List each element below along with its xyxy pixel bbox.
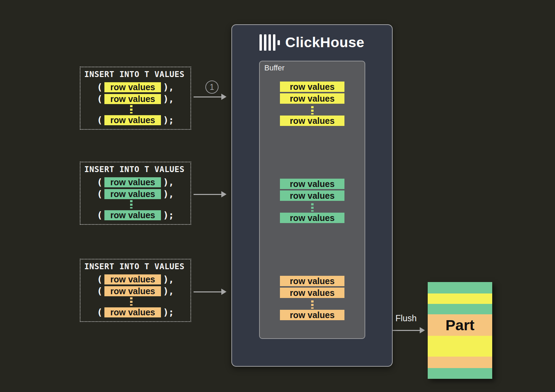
part-stripe (428, 336, 492, 357)
part-stripe (428, 368, 492, 379)
buffer-label: Buffer (264, 63, 284, 73)
row-values-chip: row values (104, 177, 161, 187)
buffer-row: row values (280, 93, 344, 104)
row-values-chip: row values (104, 274, 161, 284)
diagram-canvas: INSERT INTO T VALUES ( row values ), ( r… (0, 0, 555, 392)
buffer-row: row values (280, 82, 344, 92)
close-paren: ), (163, 177, 174, 187)
row-values-chip: row values (104, 286, 161, 296)
close-paren: ), (163, 82, 174, 92)
open-paren: ( (97, 210, 103, 220)
buffer-row: row values (280, 310, 344, 320)
insert-block-green: INSERT INTO T VALUES ( row values ), ( r… (80, 162, 191, 225)
insert-block-orange: INSERT INTO T VALUES ( row values ), ( r… (80, 259, 191, 322)
open-paren: ( (97, 274, 103, 284)
row-values-chip: row values (104, 307, 161, 317)
open-paren: ( (97, 115, 103, 125)
close-paren: ), (163, 189, 174, 199)
part-stripe (428, 282, 492, 293)
row-values-chip: row values (104, 210, 161, 220)
flush-label: Flush (395, 313, 417, 323)
row-values-chip: row values (104, 82, 161, 92)
code-line: ( row values ), (97, 274, 174, 284)
insert-title: INSERT INTO T VALUES (84, 262, 190, 271)
close-paren: ); (163, 115, 174, 125)
buffer-row: row values (280, 190, 344, 201)
open-paren: ( (97, 286, 103, 296)
insert-title: INSERT INTO T VALUES (84, 70, 190, 79)
buffer-row: row values (280, 179, 344, 189)
insert-title: INSERT INTO T VALUES (84, 165, 190, 174)
insert-lines: ( row values ), ( row values ), ( row va… (80, 273, 190, 317)
insert-arrow-3 (194, 291, 221, 292)
insert-arrow-2 (194, 194, 221, 195)
close-paren: ); (163, 307, 174, 317)
row-values-chip: row values (104, 94, 161, 104)
open-paren: ( (97, 94, 103, 104)
part-stripe (428, 304, 492, 314)
insert-block-yellow: INSERT INTO T VALUES ( row values ), ( r… (80, 67, 191, 130)
row-values-chip: row values (104, 115, 161, 125)
clickhouse-logo-icon (259, 34, 280, 51)
part-label: Part (445, 317, 475, 334)
close-paren: ); (163, 210, 174, 220)
open-paren: ( (97, 82, 103, 92)
code-line: ( row values ), (97, 189, 174, 199)
vertical-ellipsis (311, 300, 314, 309)
buffer-row: row values (280, 213, 344, 223)
clickhouse-title: ClickHouse (285, 34, 364, 51)
open-paren: ( (97, 189, 103, 199)
buffer-group-yellow: row values row values row values (280, 82, 344, 127)
buffer-group-orange: row values row values row values (280, 276, 344, 322)
open-paren: ( (97, 177, 103, 187)
insert-lines: ( row values ), ( row values ), ( row va… (80, 176, 190, 220)
buffer-row: row values (280, 288, 344, 298)
insert-lines: ( row values ), ( row values ), ( row va… (80, 80, 190, 125)
part-stripe (428, 357, 492, 368)
part-stripe (428, 293, 492, 304)
code-line: ( row values ); (97, 210, 174, 220)
clickhouse-header: ClickHouse (232, 34, 392, 51)
vertical-ellipsis (311, 203, 314, 212)
step-number: 1 (210, 83, 214, 92)
code-line: ( row values ), (97, 177, 174, 187)
buffer-row: row values (280, 276, 344, 286)
code-line: ( row values ), (97, 286, 174, 296)
close-paren: ), (163, 286, 174, 296)
close-paren: ), (163, 274, 174, 284)
vertical-ellipsis (311, 106, 314, 114)
insert-arrow-1 (194, 96, 221, 97)
code-line: ( row values ); (97, 307, 174, 317)
part-box: Part (428, 282, 492, 379)
open-paren: ( (97, 307, 103, 317)
step-1-badge: 1 (205, 80, 219, 94)
part-stripe: Part (428, 314, 492, 336)
code-line: ( row values ), (97, 94, 174, 104)
code-line: ( row values ), (97, 82, 174, 92)
close-paren: ), (163, 94, 174, 104)
code-line: ( row values ); (97, 115, 174, 125)
vertical-ellipsis (130, 200, 133, 208)
vertical-ellipsis (130, 105, 133, 113)
buffer-group-green: row values row values row values (280, 179, 344, 224)
row-values-chip: row values (104, 189, 161, 199)
buffer-row: row values (280, 116, 344, 126)
vertical-ellipsis (130, 297, 133, 306)
